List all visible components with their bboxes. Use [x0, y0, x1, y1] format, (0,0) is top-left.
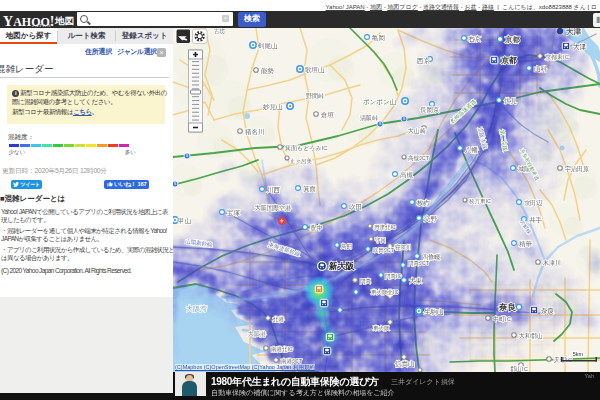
- svg-text:中町IC: 中町IC: [493, 315, 512, 322]
- svg-text:大津: 大津: [566, 28, 582, 36]
- svg-text:大阪港: 大阪港: [248, 330, 266, 338]
- svg-text:門真JCT: 門真JCT: [408, 260, 430, 266]
- svg-text:北港: 北港: [272, 316, 285, 323]
- svg-text:歌垣山: 歌垣山: [305, 66, 325, 74]
- svg-text:箕面もどろみIC: 箕面もどろみIC: [285, 144, 328, 152]
- svg-text:S: S: [174, 181, 177, 186]
- svg-text:井手: 井手: [529, 216, 543, 223]
- svg-text:箕面: 箕面: [303, 185, 317, 193]
- svg-text:東大阪北IC: 東大阪北IC: [371, 289, 399, 296]
- svg-text:S: S: [186, 153, 189, 158]
- svg-text:大和郡山: 大和郡山: [519, 332, 543, 340]
- svg-text:5km: 5km: [573, 351, 584, 357]
- svg-text:生駒山: 生駒山: [424, 308, 444, 316]
- svg-text:大阪湾: 大阪湾: [186, 305, 207, 313]
- svg-text:京都: 京都: [501, 56, 517, 65]
- svg-text:✈: ✈: [280, 218, 285, 224]
- svg-text:西京: 西京: [416, 57, 431, 64]
- svg-text:山科: 山科: [534, 65, 548, 72]
- svg-text:大津: 大津: [573, 43, 587, 51]
- svg-text:S: S: [379, 121, 382, 126]
- svg-text:亀岡: 亀岡: [372, 34, 385, 41]
- svg-text:新大阪: 新大阪: [328, 261, 355, 271]
- svg-text:木津川: 木津川: [542, 260, 561, 266]
- svg-text:奈良: 奈良: [498, 302, 517, 312]
- svg-text:八幡: 八幡: [465, 146, 479, 154]
- svg-text:野間峠: 野間峠: [306, 93, 324, 100]
- svg-text:信貴山: 信貴山: [395, 360, 415, 368]
- svg-text:妙見山: 妙見山: [263, 103, 283, 111]
- svg-text:門真IC: 門真IC: [385, 273, 402, 279]
- svg-text:宝塚: 宝塚: [227, 209, 241, 216]
- svg-text:精華: 精華: [519, 240, 533, 248]
- svg-text:大東: 大東: [409, 277, 423, 284]
- svg-text:清阪峠: 清阪峠: [360, 114, 378, 121]
- svg-text:長岡京: 長岡京: [420, 106, 440, 113]
- svg-text:川西: 川西: [267, 186, 281, 193]
- svg-text:交野: 交野: [424, 215, 438, 222]
- svg-text:剣尾山: 剣尾山: [257, 42, 278, 49]
- svg-text:門真: 門真: [360, 278, 372, 284]
- svg-text:右京: 右京: [468, 35, 482, 43]
- svg-text:能勢: 能勢: [261, 67, 275, 75]
- svg-text:古坊: 古坊: [214, 28, 226, 35]
- svg-text:東大阪: 東大阪: [373, 325, 390, 331]
- svg-text:宇治田原: 宇治田原: [565, 165, 589, 173]
- svg-text:吹田: 吹田: [349, 203, 362, 211]
- svg-text:寝屋川: 寝屋川: [395, 244, 412, 251]
- svg-text:京都: 京都: [504, 35, 521, 44]
- svg-text:高槻JCT: 高槻JCT: [408, 155, 430, 162]
- svg-text:大山崎: 大山崎: [408, 127, 426, 134]
- svg-text:京都東IC: 京都東IC: [545, 54, 570, 61]
- svg-text:京田辺: 京田辺: [524, 199, 542, 207]
- svg-text:豊中: 豊中: [310, 224, 323, 231]
- svg-text:枚方: 枚方: [416, 199, 431, 207]
- svg-text:大阪国際空港: 大阪国際空港: [255, 204, 291, 212]
- svg-text:止々呂美: 止々呂美: [290, 158, 313, 164]
- svg-text:枚方東IC: 枚方東IC: [468, 198, 491, 205]
- svg-text:倉垣: 倉垣: [321, 111, 335, 119]
- svg-text:S: S: [403, 116, 406, 121]
- svg-text:伏見: 伏見: [504, 97, 518, 105]
- svg-text:ポンポン山: ポンポン山: [363, 98, 397, 105]
- svg-text:吹田JCT: 吹田JCT: [373, 247, 395, 253]
- svg-text:高槻: 高槻: [400, 171, 414, 179]
- svg-text:鳥飼: 鳥飼: [340, 243, 352, 250]
- svg-text:摂津北IC: 摂津北IC: [374, 224, 396, 231]
- svg-text:猪名川: 猪名川: [245, 128, 265, 136]
- svg-text:南港北IC: 南港北IC: [271, 346, 293, 353]
- svg-text:甲山: 甲山: [178, 217, 192, 224]
- svg-text:守口: 守口: [375, 237, 386, 244]
- svg-text:奈良: 奈良: [541, 307, 555, 314]
